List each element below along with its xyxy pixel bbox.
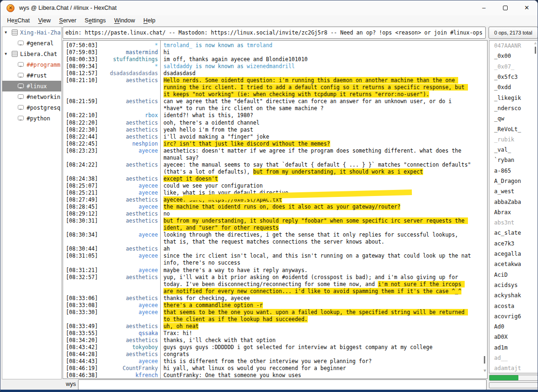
message-segment: hi	[163, 49, 170, 56]
nick-label: qssaka	[99, 330, 158, 337]
tree-item--python[interactable]: #python	[2, 113, 61, 124]
nick-label: aesthetics	[99, 98, 158, 112]
chat-message-row: [08:00:33]stuffandthingsim off, thanks a…	[63, 56, 487, 63]
user-list-item[interactable]: ace7k3	[489, 238, 538, 249]
chat-message-row: [08:46:38]kfrenchCountFranky: One that s…	[63, 372, 487, 379]
user-list-item[interactable]: 047AAANR	[489, 41, 538, 51]
user-list-item[interactable]: _0xdd	[489, 82, 538, 92]
tree-item--general[interactable]: #general	[2, 38, 61, 49]
timestamp: [08:27:49]	[66, 196, 99, 203]
menu-view[interactable]: View	[34, 16, 55, 25]
channel-icon	[18, 94, 24, 99]
user-list-item[interactable]: ad1m	[489, 343, 538, 353]
user-list-item[interactable]: _val_	[489, 145, 538, 155]
message-text: im off, thanks again ayecee and Blondie1…	[158, 56, 472, 63]
user-list-item[interactable]: acetakwa	[489, 259, 538, 269]
user-list-item[interactable]: a-865	[489, 166, 538, 176]
tree-item--programm[interactable]: ##programm	[2, 59, 61, 70]
tree-item-xing-hai-zha[interactable]: ▼Xing-Hai-Zha	[2, 27, 61, 38]
menu-window[interactable]: Window	[110, 16, 139, 25]
menu-hexchat[interactable]: HexChat	[3, 16, 34, 25]
ops-count-button[interactable]: 0 ops, 2173 total	[488, 27, 538, 39]
user-list-item[interactable]: ackyshak	[489, 290, 538, 301]
timestamp: [08:12:57]	[66, 70, 99, 77]
user-list-item[interactable]: _likegik	[489, 92, 538, 103]
tree-item--rust[interactable]: ##rust	[2, 70, 61, 81]
user-list-item[interactable]: _rubik	[489, 134, 538, 145]
user-list-item[interactable]: _0x5fc3	[489, 72, 538, 82]
user-list: 047AAANR_0x00_0x07__0x5fc3_0xdd_likegik_…	[489, 40, 538, 373]
nick-label: dsadasdasdasdas	[99, 70, 158, 77]
user-list-item[interactable]: a_west	[489, 186, 538, 196]
message-segment: but from my understanding, it should rep…	[163, 217, 468, 231]
tree-item-label: ##rust	[27, 72, 47, 79]
user-list-item[interactable]: acegalla	[489, 249, 538, 259]
user-list-item[interactable]: abs3nt	[489, 217, 538, 228]
nick-label: ayecee	[99, 309, 158, 323]
menu-settings[interactable]: Settings	[80, 16, 110, 25]
message-segment: ah	[163, 245, 170, 252]
timestamp: [08:44:28]	[66, 351, 99, 358]
maximize-button[interactable]	[495, 0, 516, 15]
chat-scrollbar-down-icon[interactable]: ▼	[484, 369, 486, 373]
message-segment: Hello nerds. Some oidentd question: i'm …	[163, 77, 468, 98]
user-list-item[interactable]: _0x07_	[489, 62, 538, 72]
channel-icon	[18, 41, 24, 45]
menu-help[interactable]: Help	[139, 16, 160, 25]
timestamp: [08:33:49]	[66, 323, 99, 330]
message-text: yeah hello i'm from the past	[158, 126, 472, 133]
chat-scrollbar-thumb[interactable]	[484, 356, 485, 364]
tree-item--postgresq[interactable]: #postgresq	[2, 102, 61, 113]
tree-item-label: Libera.Chat	[20, 51, 57, 57]
message-segment: guys guys guys :DDDDDD i got selected fo…	[163, 344, 432, 350]
minimize-button[interactable]: –	[473, 0, 495, 15]
menu-server[interactable]: Server	[55, 16, 81, 25]
user-list-item[interactable]: Ad0	[489, 322, 538, 332]
user-list-item[interactable]: ad__	[489, 353, 538, 363]
message-text: could we see your configuration	[158, 182, 472, 189]
userlist-scrollbar-thumb[interactable]	[535, 47, 536, 54]
user-list-item[interactable]: acidsys	[489, 280, 538, 290]
user-list-item[interactable]: aD0X	[489, 332, 538, 342]
user-list-item[interactable]: AciD	[489, 270, 538, 280]
message-link[interactable]: https://0x0.st/XpAC.txt	[208, 196, 282, 203]
tree-item--linux[interactable]: #linux	[2, 81, 61, 91]
expander-icon[interactable]: ▼	[5, 30, 9, 35]
window-controls: – ✕	[473, 0, 538, 15]
message-text: the machine that oidentd runs on, does i…	[158, 203, 472, 210]
message-text: guys guys guys :DDDDDD i got selected fo…	[158, 344, 472, 351]
chat-message-row: [08:24:22]aestheticsayecee: the manual s…	[63, 161, 487, 175]
content-area: ▼Xing-Hai-Zha#general▼Libera.Chat##progr…	[1, 26, 537, 390]
userlist-scrollbar-up-icon[interactable]: ▲	[533, 41, 538, 45]
user-list-item[interactable]: _ndersco	[489, 103, 538, 113]
user-list-item[interactable]: ac_slate	[489, 228, 538, 238]
title-bar[interactable]: wys @ Libera.Chat / #linux - HexChat – ✕	[0, 0, 538, 15]
message-segment: Trax: hi!	[163, 330, 192, 336]
user-list-item[interactable]: Abrax	[489, 207, 538, 217]
user-list-item[interactable]: _0x00	[489, 51, 538, 61]
tree-item--networkin[interactable]: #networkin	[2, 91, 61, 102]
nick-label: aesthetics	[99, 351, 158, 358]
topic-input[interactable]	[63, 27, 486, 39]
close-button[interactable]: ✕	[516, 0, 538, 15]
user-list-item[interactable]: A_Dragon	[489, 176, 538, 186]
chat-message-row: [08:44:28]aestheticscongrats	[63, 351, 487, 358]
expander-icon[interactable]: ▼	[5, 52, 9, 56]
user-list-item[interactable]: _qw	[489, 113, 538, 124]
chat-panel[interactable]: [07:50:03]*tmroland_ is now known as tmr…	[63, 40, 488, 379]
user-list-item[interactable]: abbaZaba	[489, 196, 538, 207]
user-list-item[interactable]: acovrig6	[489, 311, 538, 322]
message-segment: maybe there's a way to have it reply any…	[163, 267, 308, 273]
message-text: yup, i'll wait a bit prior asking on #oi…	[158, 274, 472, 295]
user-list-item[interactable]: acosta	[489, 301, 538, 311]
message-segment: ayecee: sure,	[163, 196, 208, 203]
chat-message-row: [08:30:31]aestheticsbut from my understa…	[63, 217, 487, 231]
nick-label: ayecee	[99, 231, 158, 245]
user-list-item[interactable]: adamtajt	[489, 363, 538, 373]
user-list-item[interactable]: `ryban	[489, 155, 538, 165]
user-list-item[interactable]: _ReVoLt_	[489, 124, 538, 134]
message-input[interactable]	[78, 379, 487, 390]
nick-label: aesthetics	[99, 274, 158, 295]
tree-item-libera-chat[interactable]: ▼Libera.Chat	[2, 49, 61, 59]
server-icon	[12, 51, 18, 57]
